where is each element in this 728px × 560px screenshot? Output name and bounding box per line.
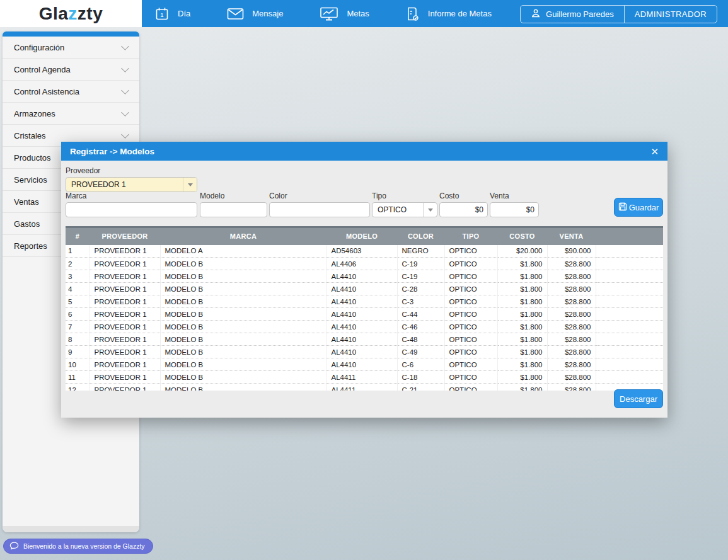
app-logo[interactable]: Glazzty — [39, 4, 103, 24]
modal-body: Proveedor PROVEEDOR 1 Marca Modelo Color… — [61, 161, 667, 418]
user-name-section[interactable]: Guillermo Paredes — [521, 6, 624, 23]
venta-label: Venta — [490, 191, 539, 200]
cell: PROVEEDOR 1 — [90, 321, 160, 333]
proveedor-select[interactable]: PROVEEDOR 1 — [66, 177, 197, 192]
user-role-badge[interactable]: ADMINISTRADOR — [624, 6, 717, 23]
cell: C-18 — [397, 371, 444, 384]
nav-item-label: Día — [178, 9, 190, 18]
cell: AL4411 — [326, 371, 397, 384]
cell: OPTICO — [444, 258, 497, 270]
models-table-container[interactable]: # PROVEEDOR MARCA MODELO COLOR TIPO COST… — [66, 226, 663, 391]
cell: C-6 — [397, 358, 444, 371]
models-table: # PROVEEDOR MARCA MODELO COLOR TIPO COST… — [66, 226, 663, 391]
col-header-tipo: TIPO — [444, 227, 497, 245]
cell: PROVEEDOR 1 — [90, 358, 160, 371]
save-button[interactable]: Guardar — [614, 198, 663, 217]
cell — [596, 358, 663, 371]
cell: PROVEEDOR 1 — [90, 245, 160, 258]
cell: AL4406 — [326, 258, 397, 270]
cell — [596, 245, 663, 258]
chevron-down-icon — [121, 42, 129, 50]
table-row: 5PROVEEDOR 1MODELO BAL4410C-3OPTICO$1.80… — [66, 295, 663, 308]
cell: 2 — [66, 258, 90, 270]
table-row: 12PROVEEDOR 1MODELO BAL4411C-21OPTICO$1.… — [66, 384, 663, 391]
sidebar-item-control-asistencia[interactable]: Control Asistencia — [3, 81, 139, 103]
registrar-modelos-modal: Registrar -> Modelos ✕ Proveedor PROVEED… — [61, 142, 667, 418]
cell — [596, 333, 663, 346]
cell: AL4410 — [326, 295, 397, 308]
marca-input[interactable] — [66, 202, 197, 217]
table-row: 11PROVEEDOR 1MODELO BAL4411C-18OPTICO$1.… — [66, 371, 663, 384]
cell: MODELO B — [160, 295, 326, 308]
cell: $28.800 — [547, 346, 596, 358]
nav-item-dia[interactable]: 1 Día — [154, 6, 190, 21]
cell: $28.800 — [547, 295, 596, 308]
cell: $1.800 — [497, 358, 547, 371]
cell: C-21 — [397, 384, 444, 391]
cell: $1.800 — [497, 346, 547, 358]
nav-item-informe-de-metas[interactable]: Informe de Metas — [406, 6, 492, 21]
cell: C-46 — [397, 321, 444, 333]
sidebar-item-control-agenda[interactable]: Control Agenda — [3, 59, 139, 81]
nav-item-metas[interactable]: Metas — [320, 6, 369, 21]
cell: $28.800 — [547, 321, 596, 333]
table-row: 7PROVEEDOR 1MODELO BAL4410C-46OPTICO$1.8… — [66, 321, 663, 333]
monitor-chart-icon — [320, 6, 338, 21]
modelo-input[interactable] — [200, 202, 267, 217]
welcome-toast[interactable]: Bienvenido a la nueva version de Glazzty — [3, 539, 153, 554]
toast-message: Bienvenido a la nueva version de Glazzty — [23, 542, 145, 550]
cell: MODELO B — [160, 270, 326, 283]
cell: $28.800 — [547, 308, 596, 321]
user-account-box[interactable]: Guillermo Paredes ADMINISTRADOR — [520, 5, 717, 23]
cell: $1.800 — [497, 371, 547, 384]
sidebar-item-armazones[interactable]: Armazones — [3, 103, 139, 125]
table-row: 2PROVEEDOR 1MODELO BAL4406C-19OPTICO$1.8… — [66, 258, 663, 270]
cell: MODELO B — [160, 384, 326, 391]
cell: $28.800 — [547, 283, 596, 295]
costo-input[interactable] — [439, 202, 488, 217]
tipo-select[interactable]: OPTICO — [372, 202, 437, 217]
table-row: 1PROVEEDOR 1MODELO AAD54603NEGROOPTICO$2… — [66, 245, 663, 258]
color-input[interactable] — [269, 202, 370, 217]
tipo-label: Tipo — [372, 191, 437, 200]
chevron-down-icon — [121, 86, 129, 94]
marca-label: Marca — [66, 191, 197, 200]
nav-item-label: Metas — [347, 9, 369, 18]
chevron-down-icon — [121, 108, 129, 117]
cell: $1.800 — [497, 333, 547, 346]
cell: OPTICO — [444, 371, 497, 384]
nav-item-label: Informe de Metas — [428, 9, 492, 18]
user-role: ADMINISTRADOR — [635, 9, 707, 19]
cell: $1.800 — [497, 295, 547, 308]
color-label: Color — [269, 191, 370, 200]
cell: $28.800 — [547, 384, 596, 391]
cell: C-19 — [397, 258, 444, 270]
report-check-icon — [406, 6, 420, 21]
cell: MODELO B — [160, 371, 326, 384]
col-header-modelo: MODELO — [326, 227, 397, 245]
envelope-icon — [227, 8, 244, 20]
col-header-marca: MARCA — [160, 227, 326, 245]
cell: OPTICO — [444, 321, 497, 333]
cell: OPTICO — [444, 245, 497, 258]
cell: 3 — [66, 270, 90, 283]
chat-bubble-icon — [9, 542, 19, 551]
cell — [596, 270, 663, 283]
logo-area: Glazzty — [0, 0, 142, 27]
cell: 10 — [66, 358, 90, 371]
user-name: Guillermo Paredes — [546, 9, 614, 19]
cell: MODELO B — [160, 333, 326, 346]
cell: MODELO B — [160, 258, 326, 270]
cell: C-49 — [397, 346, 444, 358]
cell: OPTICO — [444, 333, 497, 346]
cell: OPTICO — [444, 270, 497, 283]
nav-item-mensaje[interactable]: Mensaje — [227, 8, 283, 20]
table-row: 10PROVEEDOR 1MODELO BAL4410C-6OPTICO$1.8… — [66, 358, 663, 371]
close-icon[interactable]: ✕ — [650, 147, 659, 156]
download-button[interactable]: Descargar — [614, 389, 663, 408]
venta-input[interactable] — [490, 202, 539, 217]
sidebar-item-configuracion[interactable]: Configuración — [3, 37, 139, 59]
calendar-icon: 1 — [154, 6, 170, 21]
cell: 12 — [66, 384, 90, 391]
cell: OPTICO — [444, 384, 497, 391]
